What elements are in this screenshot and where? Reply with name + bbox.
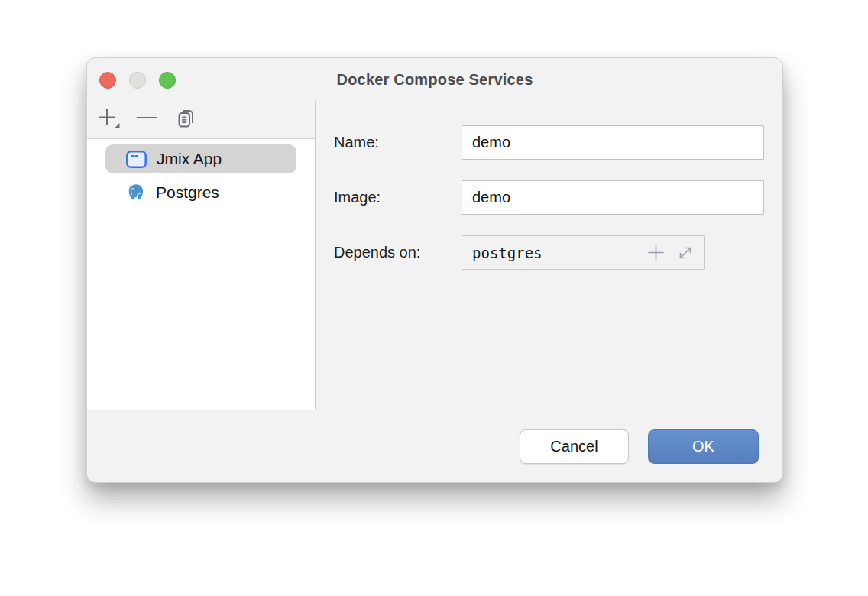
minus-icon bbox=[135, 107, 158, 132]
app-window-icon bbox=[126, 151, 147, 168]
close-button[interactable] bbox=[99, 72, 116, 89]
window-title: Docker Compose Services bbox=[337, 71, 533, 89]
minimize-button[interactable] bbox=[129, 72, 146, 89]
service-item-label: Jmix App bbox=[157, 150, 222, 168]
cancel-button[interactable]: Cancel bbox=[520, 429, 629, 464]
traffic-lights bbox=[99, 72, 176, 89]
depends-on-row: Depends on: postgres bbox=[334, 235, 764, 270]
zoom-button[interactable] bbox=[159, 72, 176, 89]
titlebar: Docker Compose Services bbox=[87, 58, 782, 101]
plus-dropdown-icon bbox=[96, 107, 120, 132]
copy-service-button[interactable] bbox=[174, 109, 197, 131]
depends-on-actions bbox=[646, 243, 695, 262]
postgres-icon bbox=[126, 183, 146, 202]
name-input[interactable] bbox=[462, 125, 764, 160]
service-item-label: Postgres bbox=[156, 183, 219, 202]
image-input[interactable] bbox=[462, 180, 764, 215]
depends-on-label: Depends on: bbox=[334, 244, 462, 261]
name-row: Name: bbox=[334, 125, 764, 160]
depends-on-field[interactable]: postgres bbox=[462, 235, 705, 270]
name-label: Name: bbox=[334, 134, 462, 151]
service-form: Name: Image: Depends on: postgres bbox=[316, 101, 783, 410]
service-item-jmix-app[interactable]: Jmix App bbox=[105, 144, 296, 173]
service-item-postgres[interactable]: Postgres bbox=[105, 178, 296, 207]
docker-compose-services-dialog: Docker Compose Services bbox=[86, 57, 783, 483]
services-toolbar bbox=[87, 101, 315, 139]
image-label: Image: bbox=[334, 189, 462, 206]
remove-service-button[interactable] bbox=[135, 109, 158, 131]
add-dependency-icon[interactable] bbox=[646, 243, 666, 262]
copy-icon bbox=[174, 107, 197, 132]
add-service-button[interactable] bbox=[96, 109, 119, 131]
image-row: Image: bbox=[334, 180, 764, 215]
depends-on-value: postgres bbox=[472, 245, 646, 261]
ok-button[interactable]: OK bbox=[648, 429, 759, 464]
services-pane: Jmix App Postgres bbox=[87, 101, 316, 410]
service-list: Jmix App Postgres bbox=[87, 139, 315, 410]
dialog-footer: Cancel OK bbox=[87, 410, 782, 482]
expand-icon[interactable] bbox=[676, 244, 695, 262]
dialog-content: Jmix App Postgres bbox=[87, 101, 782, 410]
